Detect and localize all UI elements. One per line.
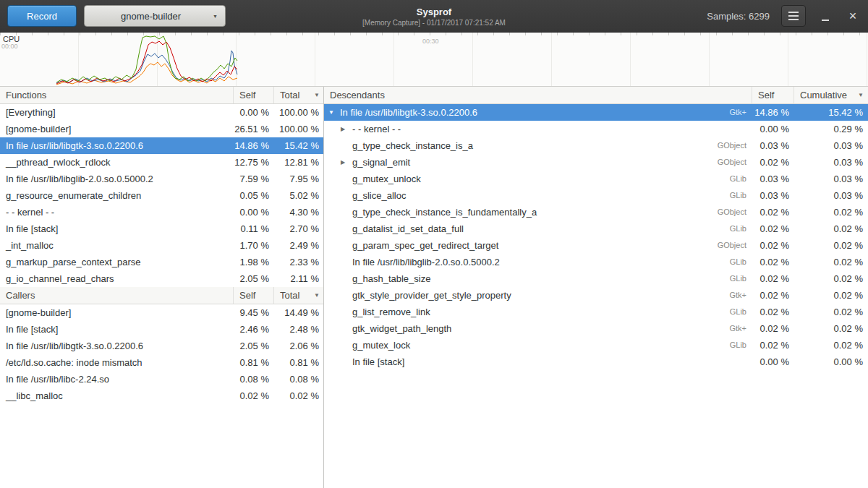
descendants-row[interactable]: g_mutex_unlockGLib0.03 %0.03 % [324, 171, 868, 187]
descendant-name-cell: g_param_spec_get_redirect_targetGObject [324, 237, 752, 254]
samples-count: Samples: 6299 [707, 11, 770, 22]
self-percent: 0.02 % [752, 304, 794, 320]
self-percent: 9.45 % [234, 304, 274, 321]
callers-row[interactable]: In file /usr/lib/libgtk-3.so.0.2200.62.0… [0, 338, 323, 354]
column-header-callers[interactable]: Callers [0, 287, 234, 304]
functions-row[interactable]: In file /usr/lib/libglib-2.0.so.0.5000.2… [0, 171, 323, 187]
callers-row[interactable]: [gnome-builder]9.45 %14.49 % [0, 304, 323, 321]
column-header-total[interactable]: Total ▼ [274, 287, 324, 304]
cumulative-percent: 0.02 % [794, 270, 868, 287]
descendants-row[interactable]: g_param_spec_get_redirect_targetGObject0… [324, 237, 868, 254]
descendants-row[interactable]: g_type_check_instance_is_fundamentally_a… [324, 204, 868, 221]
descendant-name-cell: In file /usr/lib/libglib-2.0.so.0.5000.2… [324, 254, 752, 270]
callers-table: [gnome-builder]9.45 %14.49 %In file [sta… [0, 304, 323, 404]
function-name: g_hash_table_size [352, 270, 430, 287]
functions-row[interactable]: g_io_channel_read_chars2.05 %2.11 % [0, 270, 323, 287]
self-percent: 0.03 % [752, 171, 794, 187]
self-percent: 14.86 % [752, 104, 794, 121]
descendant-name-cell: g_type_check_instance_is_aGObject [324, 137, 752, 154]
descendant-name-cell: g_mutex_unlockGLib [324, 171, 752, 187]
descendants-row[interactable]: g_hash_table_sizeGLib0.02 %0.02 % [324, 270, 868, 287]
expander-open-icon[interactable]: ▼ [328, 104, 340, 121]
self-percent: 26.51 % [234, 121, 274, 137]
column-header-descendants[interactable]: Descendants [324, 87, 752, 103]
function-name: g_list_remove_link [352, 304, 430, 320]
callers-row[interactable]: In file [stack]2.46 %2.48 % [0, 321, 323, 338]
column-header-self[interactable]: Self [752, 87, 794, 103]
function-name: In file /usr/lib/libglib-2.0.so.0.5000.2 [352, 254, 500, 270]
process-selector[interactable]: gnome-builder ▼ [84, 5, 226, 27]
window-subtitle: [Memory Capture] - 01/17/2017 07:21:52 A… [362, 19, 506, 27]
descendants-row[interactable]: ▼In file /usr/lib/libgtk-3.so.0.2200.6Gt… [324, 104, 868, 121]
function-name: In file /usr/lib/libgtk-3.so.0.2200.6 [0, 137, 234, 154]
column-header-functions[interactable]: Functions [0, 87, 234, 103]
menu-button[interactable] [781, 5, 806, 27]
functions-row[interactable]: - - kernel - -0.00 %4.30 % [0, 204, 323, 221]
descendants-row[interactable]: g_mutex_lockGLib0.02 %0.02 % [324, 337, 868, 354]
function-name: g_io_channel_read_chars [0, 270, 234, 287]
total-percent: 2.48 % [274, 321, 324, 338]
expander-closed-icon[interactable]: ▶ [341, 121, 352, 137]
cumulative-percent: 0.03 % [794, 137, 868, 154]
library-badge: GObject [718, 204, 752, 221]
functions-row[interactable]: In file /usr/lib/libgtk-3.so.0.2200.614.… [0, 137, 323, 154]
functions-row[interactable]: [gnome-builder]26.51 %100.00 % [0, 121, 323, 137]
library-badge: GLib [730, 304, 752, 320]
self-percent: 7.59 % [234, 171, 274, 187]
total-percent: 100.00 % [274, 104, 324, 121]
column-header-self[interactable]: Self [234, 287, 274, 304]
descendant-name-cell: gtk_widget_path_lengthGtk+ [324, 320, 752, 337]
library-badge: GObject [718, 137, 752, 154]
function-name: [gnome-builder] [0, 121, 234, 137]
total-percent: 2.11 % [274, 270, 324, 287]
descendant-name-cell: g_hash_table_sizeGLib [324, 270, 752, 287]
cumulative-percent: 0.03 % [794, 171, 868, 187]
column-header-cumulative[interactable]: Cumulative ▼ [794, 87, 868, 103]
functions-row[interactable]: [Everything]0.00 %100.00 % [0, 104, 323, 121]
functions-row[interactable]: _int_malloc1.70 %2.49 % [0, 237, 323, 254]
descendants-row[interactable]: gtk_widget_path_lengthGtk+0.02 %0.02 % [324, 320, 868, 337]
column-header-cumulative-label: Cumulative [800, 87, 847, 103]
minimize-button[interactable] [817, 5, 833, 27]
functions-row[interactable]: g_markup_parse_context_parse1.98 %2.33 % [0, 254, 323, 270]
total-percent: 0.02 % [274, 388, 324, 404]
record-button[interactable]: Record [7, 5, 77, 27]
library-badge: GLib [730, 337, 752, 354]
function-name: g_datalist_id_set_data_full [352, 221, 464, 237]
cpu-graph[interactable]: CPU 00:00 00:30 [0, 33, 868, 87]
descendants-row[interactable]: ▶- - kernel - -0.00 %0.29 % [324, 121, 868, 137]
close-button[interactable]: × [845, 5, 861, 27]
cumulative-percent: 0.03 % [794, 187, 868, 204]
function-name: [gnome-builder] [0, 304, 234, 321]
descendants-row[interactable]: g_slice_allocGLib0.03 %0.03 % [324, 187, 868, 204]
self-percent: 0.02 % [752, 320, 794, 337]
functions-row[interactable]: In file [stack]0.11 %2.70 % [0, 221, 323, 237]
descendant-name-cell: g_type_check_instance_is_fundamentally_a… [324, 204, 752, 221]
self-percent: 2.05 % [234, 338, 274, 354]
descendant-name-cell: ▶- - kernel - - [324, 121, 752, 137]
descendants-row[interactable]: g_datalist_id_set_data_fullGLib0.02 %0.0… [324, 221, 868, 237]
expander-closed-icon[interactable]: ▶ [341, 154, 352, 171]
functions-row[interactable]: g_resource_enumerate_children0.05 %5.02 … [0, 187, 323, 204]
function-name: g_resource_enumerate_children [0, 187, 234, 204]
descendant-name-cell: gtk_style_provider_get_style_propertyGtk… [324, 287, 752, 304]
column-header-self[interactable]: Self [234, 87, 274, 103]
functions-row[interactable]: __pthread_rwlock_rdlock12.75 %12.81 % [0, 154, 323, 171]
total-percent: 100.00 % [274, 121, 324, 137]
callers-row[interactable]: In file /usr/lib/libc-2.24.so0.08 %0.08 … [0, 371, 323, 388]
function-name: In file [stack] [0, 321, 234, 338]
header-bar: Record gnome-builder ▼ Sysprof [Memory C… [0, 0, 868, 33]
descendants-row[interactable]: g_type_check_instance_is_aGObject0.03 %0… [324, 137, 868, 154]
descendants-row[interactable]: In file /usr/lib/libglib-2.0.so.0.5000.2… [324, 254, 868, 270]
descendants-row[interactable]: gtk_style_provider_get_style_propertyGtk… [324, 287, 868, 304]
descendants-row[interactable]: ▶g_signal_emitGObject0.02 %0.03 % [324, 154, 868, 171]
self-percent: 0.00 % [752, 121, 794, 137]
column-header-total[interactable]: Total ▼ [274, 87, 324, 103]
cumulative-percent: 0.02 % [794, 254, 868, 270]
callers-row[interactable]: /etc/ld.so.cache: inode mismatch0.81 %0.… [0, 354, 323, 371]
descendants-row[interactable]: g_list_remove_linkGLib0.02 %0.02 % [324, 304, 868, 320]
descendants-row[interactable]: In file [stack]0.00 %0.00 % [324, 354, 868, 370]
self-percent: 0.00 % [234, 204, 274, 221]
callers-row[interactable]: __libc_malloc0.02 %0.02 % [0, 388, 323, 404]
self-percent: 0.02 % [234, 388, 274, 404]
